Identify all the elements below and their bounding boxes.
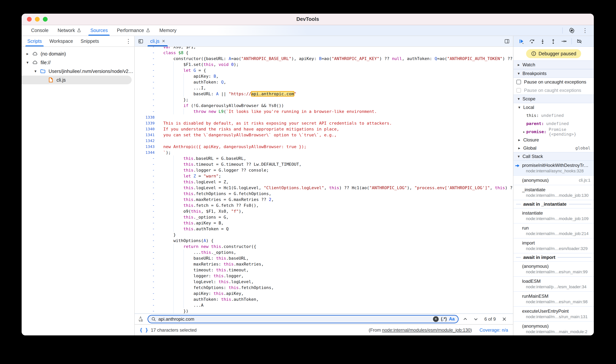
tree-item-file-[interactable]: ▾file:// <box>22 58 134 67</box>
line-number-gutter[interactable]: - <box>135 191 160 196</box>
line-number-gutter[interactable]: 1340 <box>135 126 160 132</box>
call-stack-frame[interactable]: runMainESMnode:internal/m…es/run_main:98 <box>513 292 594 307</box>
source-map-link[interactable]: node:internal/modules/esm/module_job:130 <box>382 327 471 333</box>
line-number-gutter[interactable]: - <box>135 290 160 296</box>
call-stack-frame[interactable]: instantiatenode:internal/m…module_job:10… <box>513 208 594 223</box>
line-number-gutter[interactable]: - <box>135 67 160 73</box>
call-stack-frame[interactable]: (anonymous)node:internal/m…es/run_main:9… <box>513 262 594 277</box>
line-number-gutter[interactable]: - <box>135 103 160 108</box>
line-number-gutter[interactable]: - <box>135 296 160 302</box>
navigator-tab-workspace[interactable]: Workspace <box>45 36 77 46</box>
line-number-gutter[interactable]: - <box>135 273 160 279</box>
line-number-gutter[interactable]: - <box>135 226 160 232</box>
clear-search-icon[interactable]: ✕ <box>433 316 439 322</box>
toggle-navigator-icon[interactable] <box>137 37 145 45</box>
line-number-gutter[interactable]: - <box>135 79 160 85</box>
line-number-gutter[interactable]: - <box>135 196 160 202</box>
line-number-gutter[interactable]: - <box>135 91 160 97</box>
call-stack-frame[interactable]: runnode:internal/m…module_job:214 <box>513 223 594 238</box>
more-options-kebab-icon[interactable]: ⋮ <box>581 26 589 35</box>
step-over-icon[interactable] <box>527 37 536 45</box>
breakpoint-option[interactable]: Pause on caught exceptions <box>513 86 594 94</box>
line-number-gutter[interactable]: - <box>135 202 160 208</box>
line-number-gutter[interactable]: - <box>135 302 160 308</box>
settings-gear-icon[interactable] <box>568 26 576 35</box>
line-number-gutter[interactable]: - <box>135 244 160 249</box>
call-stack-frame[interactable]: executeUserEntryPointnode:internal/m…s/r… <box>513 307 594 322</box>
line-number-gutter[interactable]: - <box>135 173 160 179</box>
scope-group-global[interactable]: ▸Globalglobal <box>513 144 594 152</box>
call-stack-frame[interactable]: importnode:internal/m…esm/loader:329 <box>513 238 594 253</box>
line-number-gutter[interactable]: - <box>135 73 160 79</box>
call-stack-frame[interactable]: (anonymous)cli.js:1 <box>513 176 594 185</box>
call-stack-frame[interactable]: (anonymous)node:internal/m…main_module:2 <box>513 322 594 335</box>
section-call-stack[interactable]: ▾Call Stack <box>513 152 594 161</box>
line-number-gutter[interactable]: 1344 <box>135 150 160 156</box>
line-number-gutter[interactable]: - <box>135 285 160 290</box>
call-stack-frame[interactable]: _instantiatenode:internal/m…module_job:1… <box>513 185 594 200</box>
line-number-gutter[interactable]: - <box>135 238 160 244</box>
step-into-icon[interactable] <box>538 37 547 45</box>
step-out-icon[interactable] <box>549 37 558 45</box>
line-number-gutter[interactable]: - <box>135 62 160 67</box>
line-number-gutter[interactable]: - <box>135 161 160 167</box>
call-stack-frame[interactable]: loadESMnode:internal/p…/esm_loader:34 <box>513 277 594 292</box>
next-match-icon[interactable] <box>472 315 480 323</box>
match-case-toggle[interactable]: Aa <box>449 316 455 322</box>
deactivate-breakpoints-icon[interactable] <box>575 37 584 45</box>
line-number-gutter[interactable]: - <box>135 261 160 267</box>
line-number-gutter[interactable]: - <box>135 47 160 50</box>
main-tab-console[interactable]: Console <box>27 25 53 36</box>
navigator-tab-snippets[interactable]: Snippets <box>77 36 103 46</box>
editor-tab-clijs[interactable]: cli.js × <box>146 36 169 46</box>
scope-property-this[interactable]: this:undefined <box>513 111 594 119</box>
navigator-tab-scripts[interactable]: Scripts <box>24 36 45 46</box>
line-number-gutter[interactable]: - <box>135 214 160 220</box>
breakpoint-option[interactable]: Pause on uncaught exceptions <box>513 78 594 86</box>
main-tab-performance[interactable]: Performance <box>112 25 155 36</box>
replace-toggle-icon[interactable]: A↳B <box>136 316 145 322</box>
scope-group-closure[interactable]: ▸Closure <box>513 136 594 144</box>
tree-caret-icon[interactable]: ▾ <box>32 69 39 74</box>
line-number-gutter[interactable]: 1342 <box>135 138 160 144</box>
line-number-gutter[interactable]: - <box>135 220 160 226</box>
call-stack-frame[interactable]: promiseInitHookWithDestroyTr…node:intern… <box>513 161 594 176</box>
search-field[interactable]: ✕ (.*) Aa <box>148 315 459 323</box>
scope-property-promise[interactable]: ▸promise:Promise {<pending>} <box>513 128 594 136</box>
code-editor[interactable]: -var Xs0, $F1;-class $8 {- constructor({… <box>135 47 513 313</box>
line-number-gutter[interactable]: - <box>135 50 160 56</box>
line-number-gutter[interactable]: - <box>135 156 160 161</box>
line-number-gutter[interactable]: - <box>135 267 160 273</box>
line-number-gutter[interactable]: - <box>135 108 160 114</box>
search-input[interactable] <box>158 316 431 322</box>
section-watch[interactable]: ▸Watch <box>513 60 594 69</box>
line-number-gutter[interactable]: - <box>135 97 160 103</box>
navigator-more-tabs-icon[interactable]: ⋮ <box>126 38 131 44</box>
tree-caret-icon[interactable]: ▾ <box>24 60 31 65</box>
section-breakpoints[interactable]: ▾Breakpoints <box>513 69 594 78</box>
scope-group-local[interactable]: ▾Local <box>513 103 594 111</box>
line-number-gutter[interactable]: - <box>135 85 160 91</box>
main-tab-sources[interactable]: Sources <box>86 25 112 36</box>
previous-match-icon[interactable] <box>461 315 469 323</box>
editor-tab-close-icon[interactable]: × <box>162 38 165 44</box>
coverage-status[interactable]: Coverage: n/a <box>479 327 508 333</box>
tree-caret-icon[interactable]: ▸ <box>24 52 31 56</box>
line-number-gutter[interactable]: - <box>135 249 160 255</box>
line-number-gutter[interactable]: - <box>135 185 160 191</box>
close-search-icon[interactable] <box>500 315 508 323</box>
step-icon[interactable] <box>559 37 568 45</box>
scope-property-parent[interactable]: parent:undefined <box>513 119 594 128</box>
tree-item-users-jinhuilee-nvm-versions-node-v2-[interactable]: ▾Users/jinhuilee/.nvm/versions/node/v2… <box>22 67 134 76</box>
line-number-gutter[interactable]: - <box>135 255 160 261</box>
resume-script-icon[interactable] <box>517 37 526 45</box>
main-tab-memory[interactable]: Memory <box>155 25 181 36</box>
line-number-gutter[interactable]: - <box>135 208 160 214</box>
regex-toggle[interactable]: (.*) <box>441 316 447 322</box>
format-pretty-print-icon[interactable]: { } <box>140 327 148 333</box>
line-number-gutter[interactable]: - <box>135 167 160 173</box>
line-number-gutter[interactable]: 1338 <box>135 114 160 120</box>
toggle-right-sidebar-icon[interactable] <box>503 37 511 45</box>
tree-item-cli-js[interactable]: cli.js <box>22 76 132 84</box>
section-scope[interactable]: ▾Scope <box>513 94 594 103</box>
